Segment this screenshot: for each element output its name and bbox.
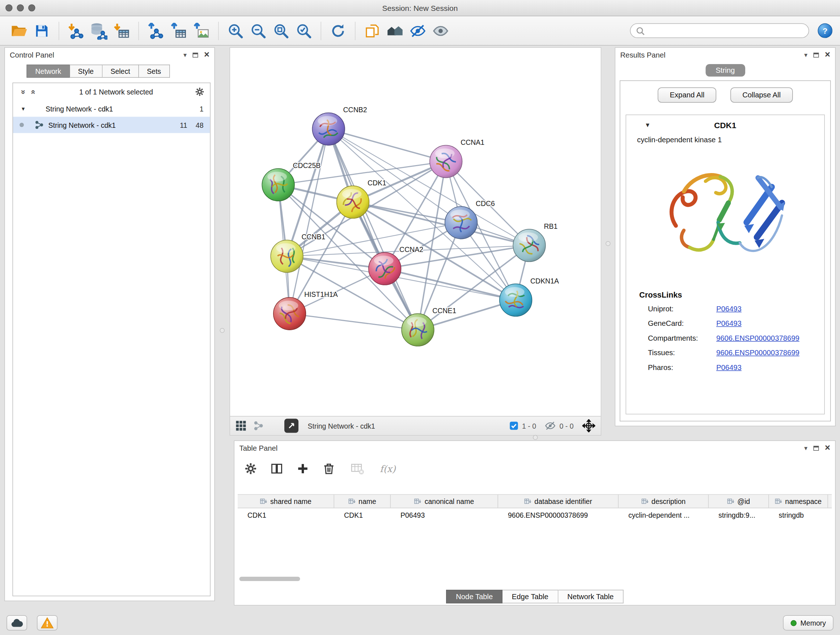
tab-select[interactable]: Select xyxy=(103,65,139,78)
column-header-name[interactable]: name xyxy=(334,495,391,508)
column-header-namespace[interactable]: namespace xyxy=(769,495,829,508)
network-view-status: 1 - 0 0 - 0 xyxy=(509,419,595,432)
export-image-button[interactable] xyxy=(191,20,212,42)
collapse-all-button[interactable]: Collapse All xyxy=(730,88,793,103)
node-label: CCNE1 xyxy=(432,307,456,315)
crosslink-link[interactable]: 9606.ENSP00000378699 xyxy=(716,334,799,342)
crosslink-label: Uniprot: xyxy=(648,305,716,313)
column-header-database-identifier[interactable]: database identifier xyxy=(498,495,619,508)
crosslink-link[interactable]: P06493 xyxy=(716,363,742,372)
network-node-CDC6[interactable]: CDC6 xyxy=(445,200,495,239)
vertical-splitter-handle[interactable] xyxy=(220,328,225,333)
network-node-RB1[interactable]: RB1 xyxy=(513,222,557,262)
apply-layout-button[interactable] xyxy=(328,20,348,42)
zoom-out-button[interactable] xyxy=(248,20,269,42)
network-row-selected[interactable]: String Network - cdk1 11 48 xyxy=(13,117,210,133)
show-columns-icon[interactable] xyxy=(270,462,283,475)
crosslink-link[interactable]: P06493 xyxy=(716,319,742,328)
protein-section-header[interactable]: ▼ CDK1 xyxy=(626,115,824,135)
close-panel-icon[interactable]: × xyxy=(204,50,210,60)
memory-button[interactable]: Memory xyxy=(783,616,834,631)
import-table-file-button[interactable] xyxy=(111,20,132,42)
section-collapse-triangle-icon[interactable]: ▼ xyxy=(645,122,651,128)
horizontal-splitter-handle[interactable] xyxy=(533,435,538,440)
save-session-button[interactable] xyxy=(32,20,52,42)
network-node-CDKN1A[interactable]: CDKN1A xyxy=(500,277,559,317)
import-network-file-button[interactable] xyxy=(66,20,87,42)
hidden-eye-slash-icon[interactable] xyxy=(545,420,556,431)
tab-edge-table[interactable]: Edge Table xyxy=(502,590,558,603)
search-input[interactable] xyxy=(648,27,803,35)
tab-node-table[interactable]: Node Table xyxy=(446,590,502,603)
open-external-button[interactable] xyxy=(284,419,298,433)
network-node-CCNA1[interactable]: CCNA1 xyxy=(430,138,485,178)
network-node-CCNB1[interactable]: CCNB1 xyxy=(271,233,325,272)
float-panel-icon[interactable] xyxy=(813,446,819,451)
close-panel-icon[interactable]: × xyxy=(825,443,830,454)
panel-menu-chevron-icon[interactable]: ▾ xyxy=(804,52,807,58)
zoom-selected-button[interactable] xyxy=(294,20,314,42)
network-node-HIST1H1A[interactable]: HIST1H1A xyxy=(273,290,338,330)
tab-style[interactable]: Style xyxy=(70,65,103,78)
export-network-button[interactable] xyxy=(145,20,166,42)
import-network-database-button[interactable] xyxy=(88,20,109,42)
crosslink-link[interactable]: 9606.ENSP00000378699 xyxy=(716,348,799,357)
network-edge-CCNE1-HIST1H1A[interactable] xyxy=(290,314,418,330)
move-crosshair-icon[interactable] xyxy=(583,419,595,432)
duplicate-pages-button[interactable] xyxy=(362,20,383,42)
column-header--id[interactable]: @id xyxy=(709,495,769,508)
network-edge-CCNA2-CDKN1A[interactable] xyxy=(385,269,516,300)
column-header-shared-name[interactable]: shared name xyxy=(238,495,334,508)
birdseye-grid-icon[interactable] xyxy=(235,420,246,431)
column-header-canonical-name[interactable]: canonical name xyxy=(391,495,498,508)
expand-all-button[interactable]: Expand All xyxy=(658,88,716,103)
horizontal-scrollbar[interactable] xyxy=(240,577,831,582)
warning-button[interactable] xyxy=(37,616,57,631)
selected-checkbox-icon[interactable] xyxy=(509,421,518,430)
function-builder-button[interactable]: f(x) xyxy=(380,463,396,474)
network-canvas[interactable]: CCNB2CCNA1CDC25BCDK1CDC6RB1CCNB1CCNA2CDK… xyxy=(230,48,601,416)
close-panel-icon[interactable]: × xyxy=(825,50,830,60)
add-column-plus-icon[interactable] xyxy=(296,462,309,475)
float-panel-icon[interactable] xyxy=(813,52,819,57)
collection-collapse-triangle-icon[interactable]: ▾ xyxy=(22,105,32,112)
expand-all-icon[interactable]: « xyxy=(29,88,38,96)
tab-network[interactable]: Network xyxy=(27,65,70,78)
minimize-window-button[interactable] xyxy=(17,4,24,11)
search-box[interactable] xyxy=(630,24,809,38)
tab-sets[interactable]: Sets xyxy=(139,65,170,78)
panel-menu-chevron-icon[interactable]: ▾ xyxy=(804,445,807,451)
table-panel: Table Panel ▾ × f(x) shared namenamecano… xyxy=(234,440,836,606)
column-header-description[interactable]: description xyxy=(619,495,709,508)
delete-column-trash-icon[interactable] xyxy=(322,462,335,475)
network-edge-CCNB2-CCNE1[interactable] xyxy=(328,129,418,330)
zoom-fit-button[interactable] xyxy=(271,20,292,42)
collapse-all-icon[interactable]: « xyxy=(18,88,27,96)
vertical-splitter-handle[interactable] xyxy=(606,241,611,246)
close-window-button[interactable] xyxy=(5,4,13,11)
open-file-button[interactable] xyxy=(9,20,29,42)
cloud-status-button[interactable] xyxy=(6,616,27,631)
float-panel-icon[interactable] xyxy=(193,52,198,57)
export-table-button[interactable] xyxy=(168,20,189,42)
table-row[interactable]: CDK1CDK1P064939606.ENSP00000378699cyclin… xyxy=(238,508,832,523)
share-network-icon[interactable] xyxy=(254,421,264,431)
zoom-in-button[interactable] xyxy=(225,20,246,42)
network-node-CCNB2[interactable]: CCNB2 xyxy=(312,106,367,145)
help-button[interactable]: ? xyxy=(818,24,833,38)
tab-network-table[interactable]: Network Table xyxy=(558,590,623,603)
crosslink-link[interactable]: P06493 xyxy=(716,305,742,313)
double-home-button[interactable] xyxy=(385,20,406,42)
network-node-CDK1[interactable]: CDK1 xyxy=(337,179,386,218)
network-collection-row[interactable]: ▾ String Network - cdk1 1 xyxy=(13,101,210,117)
string-results-tab[interactable]: String xyxy=(706,64,745,77)
zoom-window-button[interactable] xyxy=(28,4,35,11)
network-edge-CCNB2-HIST1H1A[interactable] xyxy=(290,129,329,314)
scrollbar-thumb[interactable] xyxy=(240,577,300,581)
network-options-gear-icon[interactable] xyxy=(195,87,205,97)
show-all-eye-button[interactable] xyxy=(431,20,451,42)
hide-selected-eye-slash-button[interactable] xyxy=(408,20,428,42)
panel-menu-chevron-icon[interactable]: ▾ xyxy=(183,52,187,58)
table-settings-gear-icon[interactable] xyxy=(244,462,257,475)
table-toolbar: f(x) xyxy=(234,455,835,482)
